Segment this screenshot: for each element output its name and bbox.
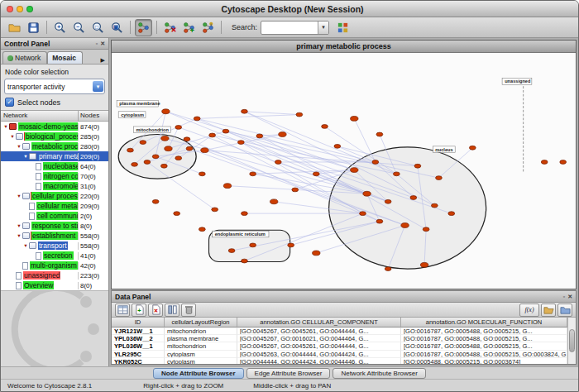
network-edge[interactable]: [244, 112, 299, 115]
network-node[interactable]: [199, 172, 205, 176]
network-node[interactable]: [160, 164, 167, 168]
new-network-icon[interactable]: [199, 19, 217, 36]
table-row[interactable]: YJR121W__1mitochondrion[GO:0045267, GO:0…: [112, 327, 567, 335]
network-node[interactable]: [322, 125, 328, 129]
select-attributes-icon[interactable]: [115, 304, 130, 317]
network-node[interactable]: [448, 212, 455, 216]
network-node[interactable]: [385, 267, 391, 271]
network-node[interactable]: [376, 219, 383, 223]
network-node[interactable]: [127, 148, 134, 152]
network-node[interactable]: [237, 141, 244, 145]
tree-row[interactable]: ▼establishment of localization558(0): [1, 231, 108, 241]
close-button[interactable]: [7, 6, 13, 12]
network-node[interactable]: [194, 117, 200, 121]
network-node[interactable]: [431, 203, 438, 208]
network-node[interactable]: [393, 172, 400, 176]
minimize-button[interactable]: [17, 6, 23, 12]
table-row[interactable]: YLR295Ccytoplasm[GO:0045263, GO:0044444,…: [112, 351, 567, 358]
network-node[interactable]: [296, 112, 303, 117]
save-session-icon[interactable]: [25, 19, 42, 36]
network-edge[interactable]: [354, 118, 376, 162]
export-attributes-icon[interactable]: [557, 304, 572, 317]
network-node[interactable]: [351, 116, 358, 121]
network-node[interactable]: [423, 227, 429, 232]
zoom-in-icon[interactable]: +: [51, 19, 69, 36]
network-node[interactable]: [201, 148, 208, 153]
network-node[interactable]: [410, 196, 417, 200]
tab-overflow-arrow-icon[interactable]: ▶: [101, 57, 107, 64]
expander-icon[interactable]: ▼: [16, 223, 22, 228]
network-node[interactable]: [140, 141, 146, 145]
node-color-dropdown[interactable]: transporter activity ▼: [4, 79, 105, 94]
show-graphics-details-icon[interactable]: [135, 19, 152, 36]
open-session-icon[interactable]: [6, 19, 23, 36]
select-columns-icon[interactable]: [165, 304, 179, 317]
expander-icon[interactable]: ▼: [16, 194, 22, 198]
network-node[interactable]: [162, 109, 170, 114]
table-row[interactable]: YKR052Ccytoplasm[GO:0044444, GO:0044424,…: [112, 358, 567, 364]
tree-row[interactable]: macromolecule metabolic31(0): [1, 181, 108, 191]
network-node[interactable]: [351, 168, 358, 173]
import-attributes-icon[interactable]: [541, 304, 556, 317]
network-node[interactable]: [256, 134, 263, 138]
network-canvas[interactable]: plasma membranecytoplasmmitochondrionnuc…: [112, 53, 576, 289]
destroy-network-icon[interactable]: ✕: [161, 19, 179, 36]
network-view-title[interactable]: primary metabolic process: [112, 41, 576, 53]
network-node[interactable]: [292, 188, 299, 192]
network-node[interactable]: [175, 126, 182, 130]
network-node[interactable]: [401, 223, 409, 228]
float-data-panel-icon[interactable]: ▫: [563, 294, 565, 300]
network-node[interactable]: [385, 199, 391, 203]
network-node[interactable]: [165, 146, 172, 151]
network-node[interactable]: [363, 191, 371, 196]
float-panel-icon[interactable]: ▫: [96, 41, 98, 47]
network-node[interactable]: [250, 243, 256, 247]
table-row[interactable]: YPL036W__2plasma membrane[GO:0045267, GO…: [112, 335, 567, 342]
network-node[interactable]: [152, 199, 159, 203]
close-data-panel-icon[interactable]: ✕: [567, 294, 572, 300]
formula-builder-icon[interactable]: f(x): [519, 304, 539, 317]
tab-network-attribute-browser[interactable]: Network Attribute Browser: [333, 368, 425, 379]
network-node[interactable]: [242, 109, 248, 113]
tree-row[interactable]: Overview8(0): [1, 280, 108, 290]
network-node[interactable]: [175, 156, 182, 160]
network-node[interactable]: [270, 199, 277, 204]
column-header[interactable]: ID: [112, 318, 165, 327]
tab-node-attribute-browser[interactable]: Node Attribute Browser: [153, 368, 244, 379]
network-node[interactable]: [560, 160, 567, 165]
create-network-view-icon[interactable]: +: [180, 19, 198, 36]
expander-icon[interactable]: ▼: [22, 243, 29, 248]
select-nodes-checkbox[interactable]: ✓: [5, 98, 14, 107]
tree-row[interactable]: secretion41(0): [1, 251, 108, 261]
network-node[interactable]: [242, 212, 248, 216]
network-overview-icon[interactable]: [334, 19, 352, 36]
tree-row[interactable]: ▼metabolic process280(0): [1, 141, 108, 151]
search-dropdown-icon[interactable]: ▾: [318, 22, 328, 34]
network-node[interactable]: [223, 184, 231, 189]
network-node[interactable]: [242, 259, 248, 263]
network-node[interactable]: [161, 136, 169, 141]
tree-row[interactable]: cellular metabolic process209(0): [1, 201, 108, 211]
network-node[interactable]: [184, 137, 190, 141]
network-node[interactable]: [186, 146, 193, 151]
network-edge[interactable]: [197, 115, 299, 119]
tree-row[interactable]: unassigned223(0): [1, 270, 108, 280]
network-node[interactable]: [223, 129, 229, 133]
network-node[interactable]: [469, 146, 476, 150]
clear-table-icon[interactable]: [181, 304, 196, 317]
network-node[interactable]: [334, 144, 341, 148]
column-header[interactable]: cellularLayoutRegion: [165, 318, 237, 327]
table-row[interactable]: YPL036W__1mitochondrion[GO:0045267, GO:0…: [112, 342, 567, 350]
network-node[interactable]: [279, 132, 286, 137]
expander-icon[interactable]: ▼: [16, 144, 22, 149]
network-node[interactable]: [152, 155, 159, 159]
network-node[interactable]: [250, 172, 256, 176]
search-input[interactable]: [261, 22, 318, 32]
expander-icon[interactable]: ▼: [16, 233, 22, 238]
expander-icon[interactable]: ▼: [9, 134, 16, 139]
network-node[interactable]: [360, 212, 366, 216]
network-node[interactable]: [212, 208, 218, 212]
network-edge[interactable]: [197, 118, 376, 162]
tree-col-network[interactable]: Network: [1, 111, 78, 121]
network-node[interactable]: [541, 160, 548, 165]
